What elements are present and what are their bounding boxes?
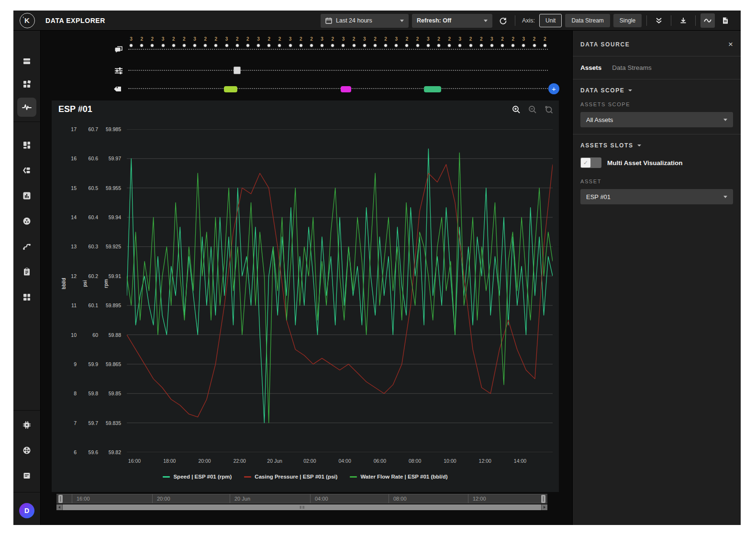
sidebar-item-analytics[interactable]: [17, 186, 36, 205]
close-panel-button[interactable]: ×: [728, 40, 733, 48]
annotation-marker[interactable]: 2: [171, 37, 177, 47]
sidebar-item-assets[interactable]: [17, 52, 36, 71]
divider: [515, 15, 515, 26]
tag-pill[interactable]: [424, 86, 441, 92]
annotation-marker[interactable]: 2: [234, 37, 240, 47]
tab-data-streams[interactable]: Data Streams: [612, 64, 652, 71]
horizontal-scrollbar[interactable]: [56, 504, 547, 510]
assets-slots-section-header[interactable]: ASSETS SLOTS: [573, 134, 741, 154]
zoom-in-icon[interactable]: [512, 105, 521, 114]
axis-single-button[interactable]: Single: [613, 14, 642, 27]
y-tick-label: 60.7: [78, 126, 98, 133]
series-line: [127, 165, 553, 417]
sidebar-item-control[interactable]: [17, 212, 36, 231]
x-tick-label: 14:00: [514, 458, 526, 464]
annotation-marker[interactable]: 3: [319, 37, 325, 47]
annotation-marker[interactable]: 3: [362, 37, 367, 47]
annotation-marker[interactable]: 3: [489, 37, 495, 47]
time-range-select[interactable]: Last 24 hours: [321, 14, 409, 28]
user-avatar[interactable]: D: [19, 503, 34, 518]
annotation-marker[interactable]: 3: [457, 37, 463, 47]
annotation-marker[interactable]: 2: [383, 37, 389, 47]
legend-item[interactable]: Speed | ESP #01 (rpm): [163, 474, 232, 480]
annotation-marker[interactable]: 3: [425, 37, 431, 47]
multi-asset-toggle[interactable]: ✓: [580, 157, 601, 168]
annotation-marker[interactable]: 2: [330, 37, 335, 47]
add-annotation-button[interactable]: +: [548, 83, 559, 94]
scroll-left-button[interactable]: [56, 504, 62, 510]
sidebar-item-dashboards[interactable]: [17, 135, 36, 155]
scroll-right-button[interactable]: [542, 504, 547, 510]
x-tick-label: 12:00: [479, 458, 491, 464]
zoom-out-icon[interactable]: [528, 105, 537, 114]
annotation-marker[interactable]: 2: [542, 37, 548, 47]
annotation-marker[interactable]: 2: [139, 37, 145, 47]
annotation-marker[interactable]: 2: [478, 37, 484, 47]
scrollbar-thumb[interactable]: [63, 504, 541, 510]
annotation-marker[interactable]: 2: [245, 37, 251, 47]
collapse-panels-button[interactable]: [652, 13, 666, 28]
tag-pill[interactable]: [341, 86, 351, 92]
axis-data-stream-button[interactable]: Data Stream: [565, 14, 610, 27]
plot-area[interactable]: [127, 129, 553, 452]
calendar-icon: [325, 17, 332, 24]
assets-scope-select[interactable]: All Assets: [580, 112, 733, 127]
annotation-marker[interactable]: 2: [532, 37, 537, 47]
sidebar-item-tasks[interactable]: [17, 262, 36, 281]
zoom-reset-icon[interactable]: [545, 105, 553, 114]
asset-select[interactable]: ESP #01: [580, 189, 733, 204]
annotation-marker[interactable]: 2: [372, 37, 378, 47]
annotation-marker[interactable]: 2: [436, 37, 442, 47]
annotation-marker[interactable]: 2: [309, 37, 314, 47]
annotation-marker[interactable]: 3: [393, 37, 399, 47]
sidebar-item-apps-manager[interactable]: [17, 288, 36, 307]
line-chart-view-button[interactable]: [700, 13, 715, 28]
annotation-marker[interactable]: 2: [510, 37, 516, 47]
annotation-marker[interactable]: 2: [468, 37, 474, 47]
annotation-marker[interactable]: 3: [340, 37, 346, 47]
axis-unit-button[interactable]: Unit: [539, 14, 562, 27]
annotation-marker[interactable]: 2: [446, 37, 452, 47]
sidebar-item-components[interactable]: [17, 161, 36, 180]
legend-item[interactable]: Casing Pressure | ESP #01 (psi): [244, 474, 337, 480]
legend-item[interactable]: Water Flow Rate | ESP #01 (bbl/d): [350, 474, 447, 480]
annotation-marker[interactable]: 2: [404, 37, 410, 47]
refresh-button[interactable]: [496, 13, 510, 28]
sidebar-item-logs[interactable]: [17, 466, 36, 485]
annotation-marker[interactable]: 2: [277, 37, 282, 47]
annotation-marker[interactable]: 2: [202, 37, 208, 47]
sidebar-item-applications[interactable]: [17, 75, 36, 94]
control-changes-icon[interactable]: [113, 65, 124, 77]
control-change-marker[interactable]: [233, 67, 241, 74]
report-button[interactable]: [718, 13, 733, 28]
comments-icon[interactable]: [113, 44, 124, 56]
refresh-select[interactable]: Refresh: Off: [412, 14, 492, 28]
sidebar-item-system[interactable]: [17, 415, 36, 435]
minimap-left-handle[interactable]: [58, 495, 63, 503]
data-scope-section-header[interactable]: DATA SCOPE: [573, 79, 741, 99]
annotation-marker[interactable]: 2: [213, 37, 219, 47]
annotation-marker[interactable]: 2: [351, 37, 357, 47]
annotation-marker[interactable]: 2: [298, 37, 304, 47]
annotation-marker[interactable]: 2: [149, 37, 155, 47]
tag-pill[interactable]: [224, 86, 237, 92]
annotation-marker[interactable]: 3: [521, 37, 526, 47]
annotation-marker[interactable]: 3: [256, 37, 261, 47]
download-button[interactable]: [676, 13, 690, 28]
annotation-marker[interactable]: 2: [500, 37, 505, 47]
annotation-marker[interactable]: 3: [128, 37, 134, 47]
minimap-right-handle[interactable]: [541, 495, 545, 503]
annotation-marker[interactable]: 2: [181, 37, 187, 47]
sidebar-item-clusters[interactable]: [17, 441, 36, 460]
tab-assets[interactable]: Assets: [580, 64, 601, 71]
annotation-marker[interactable]: 3: [192, 37, 198, 47]
annotation-marker[interactable]: 3: [160, 37, 166, 47]
time-range-minimap[interactable]: 16:0020:0020 Jun04:0008:0012:00: [56, 494, 547, 503]
annotation-marker[interactable]: 3: [288, 37, 293, 47]
annotation-marker[interactable]: 2: [266, 37, 272, 47]
sidebar-item-workflows[interactable]: [17, 237, 36, 256]
sidebar-item-data-explorer[interactable]: [17, 98, 36, 117]
tag-icon[interactable]: [113, 83, 124, 95]
annotation-marker[interactable]: 2: [415, 37, 421, 47]
annotation-marker[interactable]: 3: [224, 37, 230, 47]
